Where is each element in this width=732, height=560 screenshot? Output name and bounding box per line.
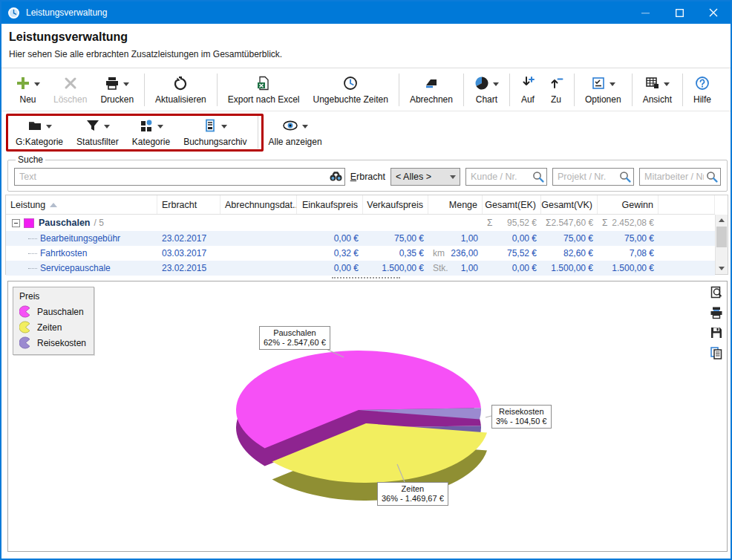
save-icon[interactable] [710,326,723,339]
dropdown-caret-icon[interactable] [104,125,110,128]
sort-asc-icon [50,203,57,207]
category-icon [139,118,154,133]
chart-legend: Preis Pauschalen Zeiten Reisekosten [13,287,94,355]
column-header-abrechnungsdatum[interactable]: Abrechnungsdat... [220,195,297,214]
dropdown-caret-icon[interactable] [664,82,670,86]
column-header-leistung[interactable]: Leistung [6,195,157,214]
arrow-down-plus-icon [520,76,535,91]
column-header-verkaufspreis[interactable]: Verkaufspreis [363,195,428,214]
search-text-input[interactable] [14,168,345,186]
pie-swatch-icon [19,305,32,318]
legend-title: Preis [19,291,89,302]
search-icon[interactable] [706,171,718,183]
dropdown-caret-icon[interactable] [493,82,499,86]
legend-item-zeiten[interactable]: Zeiten [19,321,89,333]
auf-button[interactable]: Auf [514,69,542,111]
search-group: Suche Erbracht < Alles > [7,154,728,192]
page-title: Leistungsverwaltung [9,30,731,44]
chart-button[interactable]: Chart [468,69,506,111]
search-icon[interactable] [532,171,544,183]
clock-app-icon [7,7,20,19]
sigma-icon: Σ [602,218,607,228]
maximize-button[interactable] [662,1,696,24]
loeschen-button[interactable]: Löschen [47,69,94,111]
leistungen-table: Leistung Erbracht Abrechnungsdat... Eink… [5,195,728,275]
view-icon [645,76,660,91]
chevron-down-icon [450,175,456,179]
optionen-button[interactable]: Optionen [578,69,628,111]
scrollbar-thumb[interactable] [716,227,727,247]
dropdown-caret-icon[interactable] [34,82,40,86]
sigma-icon: Σ [546,218,551,228]
filter-toolbar: G:Kategorie Statusfilter Katego [1,111,731,153]
legend-item-pauschalen[interactable]: Pauschalen [19,305,89,318]
statusfilter-button[interactable]: Statusfilter [70,111,125,153]
drucken-button[interactable]: Drucken [94,69,140,111]
column-header-einkaufspreis[interactable]: Einkaufspreis [297,195,363,214]
abrechnen-button[interactable]: Abrechnen [403,69,460,111]
delete-icon [64,76,77,90]
horizontal-splitter[interactable] [1,275,731,280]
dropdown-caret-icon[interactable] [610,82,615,86]
buchungsarchiv-button[interactable]: Buchungsarchiv [177,111,253,153]
main-toolbar: Neu Löschen Drucken [1,69,731,111]
hilfe-button[interactable]: Hilfe [687,69,718,111]
alle-anzeigen-button[interactable]: Alle anzeigen [262,111,329,153]
neu-button[interactable]: Neu [9,69,47,111]
column-header-gewinn[interactable]: Gewinn [598,195,659,214]
eye-icon [282,118,298,133]
dropdown-caret-icon[interactable] [46,125,52,128]
preview-icon[interactable] [710,286,723,299]
dropdown-caret-icon[interactable] [123,82,129,86]
erbracht-select[interactable]: < Alles > [390,168,460,186]
column-header-erbracht[interactable]: Erbracht [157,195,220,214]
table-scrollbar[interactable] [715,215,728,274]
dropdown-caret-icon[interactable] [157,125,163,128]
gkategorie-button[interactable]: G:Kategorie [9,111,70,153]
dropdown-caret-icon[interactable] [221,125,227,128]
legend-item-reisekosten[interactable]: Reisekosten [19,336,89,349]
kategorie-button[interactable]: Kategorie [125,111,177,153]
chart-panel: Preis Pauschalen Zeiten Reisekosten Paus… [7,281,728,552]
collapse-expander-icon[interactable] [12,219,20,227]
scroll-down-button[interactable] [716,263,728,274]
search-group-label: Suche [16,154,45,165]
close-button[interactable] [696,1,731,24]
search-icon[interactable] [619,171,631,183]
ansicht-button[interactable]: Ansicht [636,69,679,111]
label-connector-line [486,416,491,417]
arrow-up-minus-icon [549,76,563,91]
pie-swatch-icon [19,321,32,333]
table-row[interactable]: Fahrtkosten 03.03.2017 0,32 € 0,35 € km2… [6,246,715,261]
print-icon[interactable] [710,306,723,319]
aktualisieren-button[interactable]: Aktualisieren [148,69,213,111]
ungebuchte-zeiten-button[interactable]: Ungebuchte Zeiten [306,69,394,111]
toolbar-separator [509,74,510,106]
zu-button[interactable]: Zu [542,69,570,111]
pie-chart [8,281,727,551]
binoculars-icon[interactable] [330,171,342,182]
copy-icon[interactable] [710,346,723,359]
erbracht-selected-value: < Alles > [396,172,431,182]
group-row-pauschalen[interactable]: Pauschalen / 5 Σ95,52 € Σ2.547,60 € Σ2.4… [6,215,715,231]
scroll-up-button[interactable] [716,215,728,226]
table-row[interactable]: Servicepauschale 23.02.2015 0,00 € 1.500… [6,261,715,276]
pie-label-reisekosten: Reisekosten 3% - 104,50 € [491,405,552,429]
billing-icon [424,76,439,91]
column-header-gesamt-ek[interactable]: Gesamt(EK) [483,195,541,214]
erbracht-label: Erbracht [350,172,385,182]
toolbar-separator [463,74,464,106]
column-header-gesamt-vk[interactable]: Gesamt(VK) [541,195,598,214]
toolbar-separator [632,74,633,106]
toolbar-separator [682,74,683,106]
help-icon [695,76,710,91]
options-icon [591,76,606,91]
chart-toolbar [710,286,723,359]
plus-icon [16,76,30,91]
column-header-menge[interactable]: Menge [428,195,483,214]
table-row[interactable]: Bearbeitungsgebühr 23.02.2017 0,00 € 75,… [6,231,715,246]
minimize-button[interactable] [628,1,662,24]
group-sum-gewinn: 2.452,08 € [612,218,654,228]
dropdown-caret-icon[interactable] [302,125,308,128]
export-excel-button[interactable]: Export nach Excel [221,69,307,111]
